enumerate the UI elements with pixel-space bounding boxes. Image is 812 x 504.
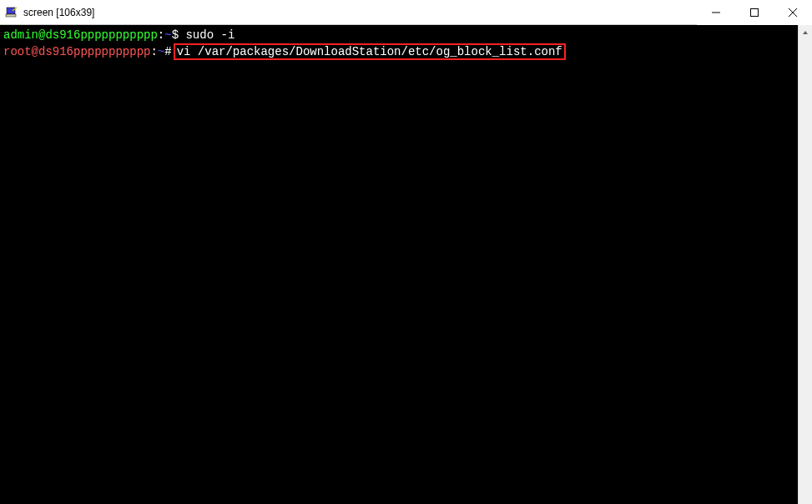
svg-rect-0 bbox=[7, 8, 15, 14]
content-area: admin@ds916ppppppppppp:~$ sudo -i root@d… bbox=[0, 25, 812, 504]
svg-rect-4 bbox=[751, 8, 759, 16]
prompt-symbol: # bbox=[164, 45, 171, 58]
putty-icon bbox=[5, 6, 18, 19]
prompt-user: admin@ds916ppppppppppp bbox=[3, 28, 158, 42]
svg-marker-7 bbox=[803, 31, 808, 34]
command-text: sudo -i bbox=[185, 28, 235, 42]
close-button[interactable] bbox=[774, 0, 812, 25]
highlighted-command: vi /var/packages/DownloadStation/etc/og_… bbox=[174, 43, 566, 60]
terminal-line-1: admin@ds916ppppppppppp:~$ sudo -i bbox=[3, 28, 235, 42]
prompt-user: root@ds916ppppppppppp bbox=[3, 45, 150, 58]
svg-rect-1 bbox=[6, 14, 16, 17]
terminal-pane[interactable]: admin@ds916ppppppppppp:~$ sudo -i root@d… bbox=[0, 25, 798, 504]
scroll-up-arrow[interactable] bbox=[799, 25, 812, 39]
prompt-path: ~ bbox=[158, 45, 164, 58]
window-title: screen [106x39] bbox=[23, 7, 94, 18]
terminal-line-2: root@ds916ppppppppppp:~#vi /var/packages… bbox=[3, 45, 566, 58]
prompt-path: ~ bbox=[164, 28, 171, 42]
prompt-sep: : bbox=[158, 28, 164, 42]
prompt-symbol: $ bbox=[172, 28, 179, 42]
maximize-button[interactable] bbox=[735, 0, 774, 25]
vertical-scrollbar[interactable] bbox=[798, 25, 812, 504]
window-titlebar: screen [106x39] bbox=[0, 0, 812, 25]
minimize-button[interactable] bbox=[697, 0, 735, 25]
prompt-sep: : bbox=[150, 45, 157, 58]
